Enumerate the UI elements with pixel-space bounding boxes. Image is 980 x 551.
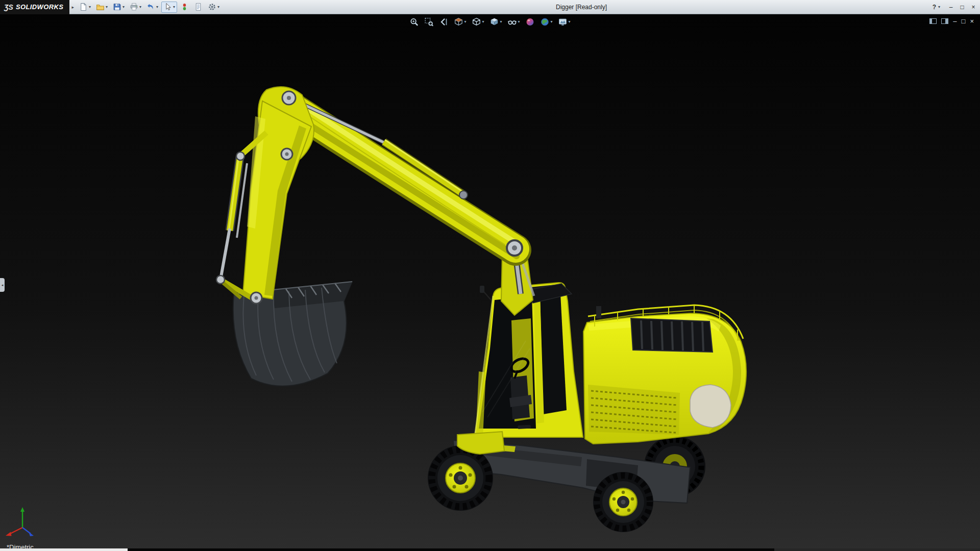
- scene-globe-icon: [541, 17, 550, 27]
- options-button[interactable]: ▾: [206, 2, 222, 13]
- solidworks-window: ƷS SOLIDWORKS ▸ ▾▾▾▾▾▾▾ Digger [Read-onl…: [0, 0, 980, 551]
- view-orientation-button[interactable]: ▾: [470, 16, 486, 28]
- select-button[interactable]: ▾: [161, 2, 177, 13]
- task-pane-toggle[interactable]: [941, 18, 948, 24]
- dropdown-arrow-icon[interactable]: ▾: [122, 5, 125, 9]
- menu-expand-chevron-icon[interactable]: ▸: [71, 5, 74, 10]
- hide-show-icon: [508, 17, 517, 27]
- dropdown-arrow-icon[interactable]: ▾: [569, 20, 571, 24]
- exhaust-stack: [596, 306, 601, 318]
- zoom-area-icon: [424, 17, 433, 27]
- dropdown-arrow-icon[interactable]: ▾: [482, 20, 484, 24]
- 3ds-logo-mark: ƷS: [4, 3, 13, 11]
- orientation-triad: [4, 505, 41, 538]
- rear-panel: [690, 385, 731, 428]
- undo-button[interactable]: ▾: [144, 2, 160, 13]
- close-window-button[interactable]: ×: [968, 2, 979, 12]
- dropdown-arrow-icon[interactable]: ▾: [139, 5, 141, 9]
- dropdown-arrow-icon[interactable]: ▾: [217, 5, 219, 9]
- edit-appearance-button[interactable]: [524, 16, 537, 28]
- view-settings-icon: [558, 17, 568, 27]
- front-fender: [457, 432, 504, 454]
- file-properties-button[interactable]: [192, 2, 205, 13]
- side-vents: [588, 385, 680, 435]
- maximize-window-button[interactable]: □: [957, 2, 968, 12]
- wheel-front-left[interactable]: [428, 445, 493, 511]
- dropdown-arrow-icon[interactable]: ▾: [464, 20, 466, 24]
- display-style-icon: [489, 17, 499, 27]
- zoom-to-area-button[interactable]: [422, 16, 435, 28]
- zoom-to-fit-button[interactable]: [407, 16, 421, 28]
- restore-document-button[interactable]: □: [962, 18, 966, 24]
- feature-panel-collapse-tab[interactable]: ◂: [0, 278, 5, 292]
- print-button[interactable]: ▾: [128, 2, 143, 13]
- help-button[interactable]: ?: [932, 4, 937, 11]
- dropdown-arrow-icon[interactable]: ▾: [106, 5, 108, 9]
- solidworks-logo: ƷS SOLIDWORKS: [0, 0, 69, 14]
- dropdown-arrow-icon[interactable]: ▾: [156, 5, 158, 9]
- new-document-button[interactable]: ▾: [77, 2, 93, 13]
- open-button[interactable]: ▾: [94, 2, 110, 13]
- brand-name: SOLIDWORKS: [16, 3, 64, 11]
- status-strip: [0, 548, 980, 551]
- minimize-document-button[interactable]: –: [953, 18, 957, 24]
- display-pane-toggle[interactable]: [929, 18, 937, 24]
- new-doc-icon: [79, 3, 88, 11]
- view-cube-icon: [472, 17, 481, 27]
- zoom-fit-icon: [409, 17, 419, 27]
- door-handle: [518, 425, 531, 429]
- undo-icon: [146, 3, 155, 11]
- dropdown-arrow-icon[interactable]: ▾: [518, 20, 520, 24]
- titlebar: ƷS SOLIDWORKS ▸ ▾▾▾▾▾▾▾ Digger [Read-onl…: [0, 0, 980, 14]
- display-style-button[interactable]: ▾: [487, 16, 504, 28]
- wheel-front-right[interactable]: [593, 472, 653, 532]
- file-props-icon: [194, 3, 203, 11]
- options-gear-icon: [208, 3, 216, 11]
- mirror: [480, 286, 484, 293]
- section-view-button[interactable]: ▾: [452, 16, 468, 28]
- graphics-area[interactable]: [0, 14, 980, 551]
- engine-housing[interactable]: [583, 305, 746, 444]
- quick-access-toolbar: ▾▾▾▾▾▾▾: [77, 2, 222, 13]
- engine-cover: [631, 318, 713, 352]
- hide-show-items-button[interactable]: ▾: [506, 16, 522, 28]
- view-settings-button[interactable]: ▾: [556, 16, 573, 28]
- dropdown-arrow-icon[interactable]: ▾: [500, 20, 502, 24]
- section-icon: [454, 17, 463, 27]
- window-title: Digger [Read-only]: [556, 4, 607, 11]
- dropdown-arrow-icon[interactable]: ▾: [89, 5, 91, 9]
- rebuild-icon: [180, 3, 189, 11]
- view-orientation-label: *Dimetric: [7, 543, 34, 551]
- print-icon: [130, 3, 138, 11]
- prev-view-icon: [439, 17, 448, 27]
- window-controls: –□×: [945, 2, 979, 12]
- dropdown-arrow-icon[interactable]: ▾: [551, 20, 553, 24]
- heads-up-view-toolbar: ▾▾▾▾▾▾: [407, 16, 572, 28]
- apply-scene-button[interactable]: ▾: [538, 16, 555, 28]
- help-dropdown-arrow-icon[interactable]: ▾: [938, 5, 940, 9]
- open-folder-icon: [96, 3, 105, 11]
- rebuild-button[interactable]: [178, 2, 191, 13]
- graphics-viewport[interactable]: ▾▾▾▾▾▾ –□× ◂ *Dimetric: [0, 14, 980, 551]
- save-icon: [113, 3, 121, 11]
- select-cursor-icon: [163, 3, 172, 11]
- document-window-controls: –□×: [929, 18, 974, 24]
- minimize-window-button[interactable]: –: [945, 2, 957, 12]
- previous-view-button[interactable]: [437, 16, 450, 28]
- appearance-ball-icon: [526, 17, 535, 27]
- titlebar-right-controls: ? ▾ –□×: [932, 0, 979, 14]
- dropdown-arrow-icon[interactable]: ▾: [173, 5, 175, 9]
- save-button[interactable]: ▾: [111, 2, 127, 13]
- close-document-button[interactable]: ×: [970, 18, 974, 24]
